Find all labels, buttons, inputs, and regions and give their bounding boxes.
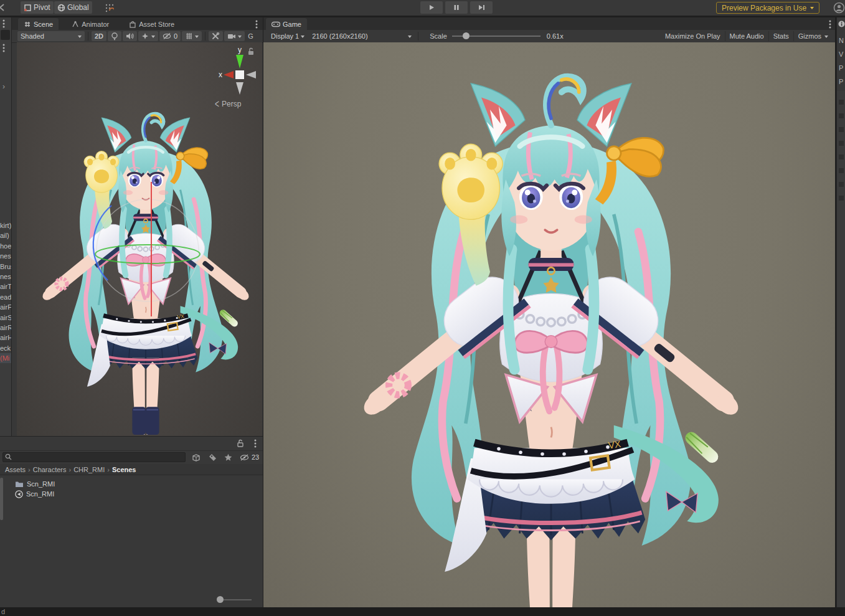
axis-y-label: y [238,45,242,54]
draw-mode-label: Shaded [21,32,44,40]
search-input[interactable] [2,452,186,462]
scale-slider-knob[interactable] [463,32,470,39]
breadcrumb-separator: › [68,466,71,473]
tab-game[interactable]: Game [266,18,307,30]
import-package-icon[interactable] [192,453,201,462]
kebab-menu-icon[interactable] [2,19,5,28]
hierarchy-item[interactable]: airH [0,333,11,343]
tag-filter-icon[interactable] [209,453,217,462]
hierarchy-item[interactable]: nes [0,251,11,261]
thumbnail-size-slider[interactable] [217,596,252,604]
scale-value: 0.61x [547,32,564,40]
mute-audio-button[interactable]: Mute Audio [725,31,768,41]
thumbnail-slider-knob[interactable] [217,596,224,603]
orientation-gizmo[interactable]: y x [215,45,262,107]
hierarchy-item[interactable]: airR [0,323,11,333]
hierarchy-item[interactable]: Brus [0,262,11,272]
unlock-icon[interactable] [247,47,255,55]
display-dropdown[interactable]: Display 1 [268,31,308,41]
scale-slider[interactable] [452,32,541,40]
breadcrumb-assets[interactable]: Assets [5,466,26,473]
inspector-line: P [839,75,844,88]
hierarchy-item[interactable]: ead [0,292,11,302]
scene-visibility-button[interactable]: 0 [159,31,181,41]
grid-snap-button[interactable] [101,1,117,14]
axis-gray-cone-down [236,82,243,95]
lightbulb-icon [111,32,118,40]
tab-asset-store-label: Asset Store [139,21,174,28]
global-label: Global [67,3,89,12]
stats-button[interactable]: Stats [768,31,793,41]
play-controls [420,1,493,14]
game-viewport[interactable] [263,42,835,607]
rotation-gizmo[interactable] [87,181,211,324]
axis-center-cube [235,70,244,79]
scrollbar-thumb[interactable] [0,478,3,520]
project-panel: 23 Assets › Characters › CHR_RMI › Scene… [0,436,263,608]
component-tools-button[interactable] [209,31,223,41]
tab-animator[interactable]: Animator [66,18,115,30]
list-item-scene[interactable]: Scn_RMI [0,489,263,499]
scene-audio-button[interactable] [123,31,137,41]
scene-lighting-button[interactable] [108,31,121,41]
draw-mode-dropdown[interactable]: Shaded [17,31,85,41]
kebab-menu-icon[interactable] [255,20,258,29]
tab-scene[interactable]: Scene [18,18,59,30]
tab-animator-label: Animator [82,21,109,28]
hierarchy-item[interactable]: hoe [0,241,11,251]
gamepad-icon [271,21,280,27]
hierarchy-item[interactable]: kirt) [0,220,11,230]
hidden-count-label: 0 [174,32,177,40]
hierarchy-item[interactable]: nes [0,272,11,282]
maximize-on-play-button[interactable]: Maximize On Play [661,31,725,41]
hierarchy-item[interactable]: airS [0,313,11,323]
speaker-icon [126,32,134,40]
scene-viewport[interactable]: y x < Persp [17,42,262,436]
grid-visibility-dropdown[interactable] [182,31,202,41]
inspector-content-stub [837,91,845,607]
gizmos-cut-label[interactable]: G [248,32,253,40]
grid-snap-icon [105,3,114,12]
inspector-edge-strip: N V P P [836,17,845,607]
pause-button[interactable] [445,1,468,14]
effects-dropdown[interactable] [138,31,158,41]
kebab-menu-icon[interactable] [829,20,831,29]
hierarchy-item[interactable]: airT [0,282,11,291]
global-toggle-button[interactable]: Global [54,1,92,14]
breadcrumb-scenes[interactable]: Scenes [112,466,136,473]
play-button[interactable] [420,1,443,14]
breadcrumb-characters[interactable]: Characters [33,466,67,473]
hidden-asset-count: 23 [252,453,259,461]
transform-tool-icon[interactable] [0,2,7,12]
breadcrumb-chr-rmi[interactable]: CHR_RMI [73,466,105,473]
eye-slash-icon[interactable] [240,453,250,462]
collapsed-field [1,30,10,40]
list-item-folder[interactable]: Scn_RMI [0,479,263,489]
persp-toggle[interactable]: < Persp [215,100,241,108]
hierarchy-item-missing[interactable]: (Mi [0,353,11,363]
project-content: Scn_RMI Scn_RMI [0,475,263,591]
camera-dropdown[interactable] [224,31,245,41]
step-button[interactable] [470,1,493,14]
resolution-dropdown[interactable]: 2160 (2160x2160) [309,31,415,41]
scene-tabbar: Scene Animator Asset Store [12,17,263,30]
hierarchy-item[interactable]: airF [0,302,11,312]
pivot-toggle-button[interactable]: Pivot [21,1,54,14]
2d-toggle-button[interactable]: 2D [92,31,106,41]
maximize-on-play-label: Maximize On Play [665,32,720,40]
hierarchy-item[interactable]: ail) [0,230,11,240]
hierarchy-item[interactable]: eck [0,343,11,353]
tools-icon [212,32,220,40]
account-icon[interactable] [833,2,845,14]
kebab-menu-icon[interactable] [2,44,5,52]
gizmos-dropdown[interactable]: Gizmos [793,31,833,41]
expand-panel-chevron-icon[interactable]: › [2,82,5,91]
preview-packages-button[interactable]: Preview Packages in Use [716,2,819,14]
favorites-star-icon[interactable] [224,453,232,462]
tab-asset-store[interactable]: Asset Store [123,18,180,30]
unlock-icon[interactable] [237,439,244,447]
axis-x-cone [224,71,234,78]
project-footer [0,591,263,608]
kebab-menu-icon[interactable] [254,439,257,448]
truncated-hierarchy-items: kirt) ail) hoe nes Brus nes airT ead air… [0,220,11,363]
